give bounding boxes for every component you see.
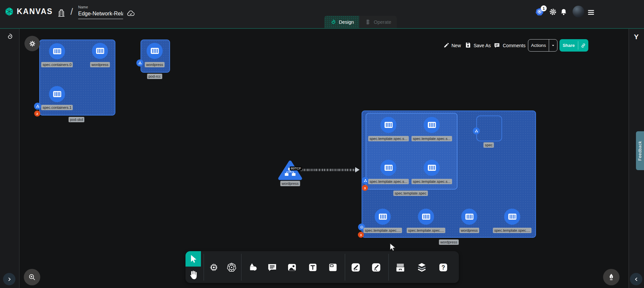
actions-split-button[interactable]: Actions: [528, 39, 557, 52]
node-spec[interactable]: [476, 116, 502, 141]
caret-down-icon[interactable]: [549, 43, 557, 48]
count-badge: 3: [358, 232, 364, 238]
pencil-icon: [371, 262, 381, 273]
share-button-label: Share: [559, 43, 578, 48]
edge-port-label: 80/TCP: [290, 166, 302, 170]
feedback-tab[interactable]: Feedback: [636, 131, 644, 170]
svg-text:?: ?: [441, 264, 445, 271]
container-node[interactable]: [418, 209, 434, 225]
toolbar-divider: [345, 254, 345, 281]
node-label: spec.template.spec....: [364, 228, 402, 233]
tool-comment[interactable]: [264, 260, 280, 275]
container-node[interactable]: [380, 160, 396, 176]
pen-icon: [351, 262, 361, 273]
new-icon: [443, 42, 449, 48]
tool-kubernetes[interactable]: [224, 260, 239, 275]
pod-badge-icon: [473, 128, 480, 135]
share-link-icon[interactable]: [578, 43, 588, 49]
tool-shapes[interactable]: [245, 260, 261, 275]
cursor-icon: [188, 254, 199, 264]
comments-button[interactable]: Comments: [503, 43, 526, 48]
header-divider: [0, 28, 644, 29]
comment-icon: [267, 262, 277, 273]
shapes-icon: [248, 262, 258, 273]
tool-note[interactable]: [325, 260, 340, 275]
settings-gear-icon[interactable]: [549, 8, 557, 16]
node-label: spec.template.spec....: [493, 228, 532, 233]
container-node[interactable]: [461, 209, 477, 225]
drawer-icon: [395, 262, 406, 273]
save-as-button[interactable]: Save As: [474, 43, 491, 48]
group-label: wordpress: [439, 239, 459, 245]
container-node[interactable]: [92, 43, 108, 59]
expand-left-panel-button[interactable]: [3, 273, 15, 285]
edge-arrowhead-icon: [355, 167, 360, 172]
node-label: spec.containers.1: [41, 105, 73, 110]
container-node[interactable]: [380, 117, 396, 133]
tab-design-label: Design: [339, 19, 354, 25]
node-label: wordpress: [145, 62, 165, 67]
tool-text[interactable]: [305, 260, 320, 275]
right-rail-top-icon[interactable]: Y: [629, 33, 644, 41]
left-rail: [0, 29, 19, 288]
tool-pan[interactable]: [185, 267, 201, 283]
container-node[interactable]: [147, 43, 163, 59]
image-icon: [287, 262, 297, 273]
canvas-quick-menu-button[interactable]: [24, 36, 40, 51]
organization-icon[interactable]: [57, 9, 66, 17]
tab-design[interactable]: Design: [324, 16, 359, 28]
tool-image[interactable]: [284, 260, 300, 275]
toolbar-divider: [204, 254, 204, 281]
pod-badge-icon: [34, 103, 41, 110]
container-node[interactable]: [504, 209, 520, 225]
container-node[interactable]: [49, 43, 65, 59]
node-label: spec.template.spec.s...: [412, 179, 452, 184]
tab-operate[interactable]: Operate: [359, 16, 396, 28]
asterisk-icon: [29, 40, 36, 48]
k8s-context-count-badge: 1: [541, 5, 547, 11]
group-spec-template-spec[interactable]: [366, 113, 458, 190]
zoom-button[interactable]: [24, 269, 40, 285]
kanvas-logo-icon[interactable]: [4, 7, 14, 16]
design-spiral-icon: [330, 19, 336, 25]
tool-help[interactable]: ?: [435, 260, 451, 275]
tool-components[interactable]: [206, 260, 221, 275]
note-icon: [328, 262, 338, 273]
toolbar-divider: [241, 254, 241, 281]
expand-right-panel-button[interactable]: [630, 273, 642, 285]
node-label: spec.containers.0: [41, 62, 73, 67]
mouse-cursor: [388, 242, 397, 254]
service-edge[interactable]: [301, 169, 356, 171]
app-logo[interactable]: KANVAS: [17, 7, 53, 16]
pod-badge-icon: [362, 177, 369, 184]
actions-button-label: Actions: [528, 43, 549, 48]
tool-select[interactable]: [185, 251, 201, 267]
tool-freehand[interactable]: [368, 260, 384, 275]
app-header: KANVAS / Name Edge-Network-Relatio Desig…: [0, 0, 644, 28]
tool-drawer[interactable]: [392, 260, 408, 275]
new-button[interactable]: New: [451, 43, 461, 48]
container-node[interactable]: [424, 117, 440, 133]
container-node[interactable]: [375, 209, 391, 225]
container-node[interactable]: [49, 86, 65, 102]
history-spiral-icon[interactable]: [5, 32, 13, 42]
help-icon: ?: [438, 262, 448, 273]
pen-tool-button[interactable]: [603, 269, 620, 285]
service-node[interactable]: [277, 159, 303, 182]
menu-hamburger-icon[interactable]: [587, 8, 595, 16]
magnifier-plus-icon: [28, 273, 36, 281]
operate-icon: [365, 19, 371, 25]
container-node[interactable]: [424, 160, 440, 176]
chip-icon: [209, 262, 219, 273]
share-split-button[interactable]: Share: [559, 39, 588, 52]
user-avatar[interactable]: [573, 6, 584, 17]
count-badge: 3: [362, 185, 368, 191]
notifications-bell-icon[interactable]: [560, 8, 568, 16]
node-label: wordpress: [460, 228, 479, 233]
save-as-icon: [465, 42, 471, 48]
node-label: spec.template.spec.s...: [412, 136, 452, 141]
tool-pen[interactable]: [348, 260, 363, 275]
tool-layers[interactable]: [414, 260, 429, 275]
design-name-input[interactable]: Edge-Network-Relatio: [78, 11, 123, 19]
comments-icon: [494, 42, 500, 49]
